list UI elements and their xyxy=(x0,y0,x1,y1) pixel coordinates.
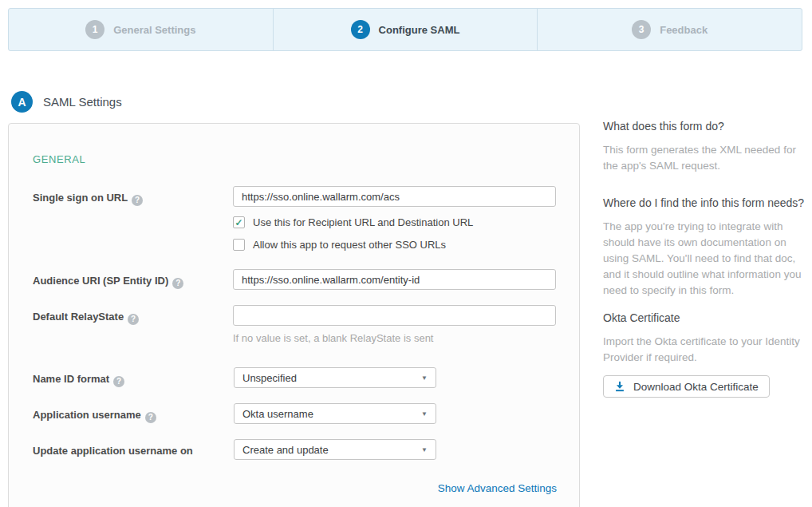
app-username-label: Application username xyxy=(33,403,234,424)
sidebar-cert-heading: Okta Certificate xyxy=(603,311,809,324)
name-id-format-label-text: Name ID format xyxy=(33,373,109,385)
step-2-number-badge: 2 xyxy=(351,20,370,39)
app-username-value: Okta username xyxy=(242,408,313,420)
help-icon[interactable] xyxy=(172,278,183,289)
help-icon[interactable] xyxy=(128,314,139,325)
name-id-format-value: Unspecified xyxy=(242,372,297,384)
show-advanced-settings-link[interactable]: Show Advanced Settings xyxy=(438,482,557,494)
app-username-row: Application username Okta username xyxy=(33,403,556,424)
other-sso-checkbox-row: Allow this app to request other SSO URLs xyxy=(233,239,556,251)
app-username-label-text: Application username xyxy=(33,409,141,421)
other-sso-checkbox-label: Allow this app to request other SSO URLs xyxy=(253,239,446,251)
relay-state-input[interactable] xyxy=(233,305,556,326)
sidebar-what-text: This form generates the XML needed for t… xyxy=(603,142,809,174)
recipient-url-checkbox-label: Use this for Recipient URL and Destinati… xyxy=(253,216,473,228)
sidebar-what-heading: What does this form do? xyxy=(603,120,809,133)
relay-state-row: Default RelayState If no value is set, a… xyxy=(33,305,556,344)
audience-uri-row: Audience URI (SP Entity ID) xyxy=(33,269,556,290)
update-username-select[interactable]: Create and update xyxy=(234,439,436,460)
section-title: SAML Settings xyxy=(43,95,122,109)
help-icon[interactable] xyxy=(132,195,143,206)
section-a-badge: A xyxy=(11,91,33,113)
sso-url-input[interactable] xyxy=(233,186,556,207)
name-id-format-row: Name ID format Unspecified xyxy=(33,367,556,388)
help-sidebar: What does this form do? This form genera… xyxy=(603,120,809,398)
sso-url-label-text: Single sign on URL xyxy=(33,192,128,204)
name-id-format-select[interactable]: Unspecified xyxy=(234,367,436,388)
update-username-label: Update application username on xyxy=(33,439,234,460)
relay-state-label: Default RelayState xyxy=(33,305,233,344)
saml-settings-panel: GENERAL Single sign on URL Use this for … xyxy=(8,123,580,507)
help-icon[interactable] xyxy=(113,376,124,387)
audience-uri-controls xyxy=(233,269,556,290)
download-icon xyxy=(614,381,625,392)
relay-state-hint: If no value is set, a blank RelayState i… xyxy=(233,332,556,344)
sso-url-controls: Use this for Recipient URL and Destinati… xyxy=(233,186,556,251)
relay-state-controls: If no value is set, a blank RelayState i… xyxy=(233,305,556,344)
step-3-label: Feedback xyxy=(660,24,708,36)
step-general-settings[interactable]: 1 General Settings xyxy=(9,9,273,50)
recipient-url-checkbox-row: Use this for Recipient URL and Destinati… xyxy=(233,216,556,228)
name-id-format-label: Name ID format xyxy=(33,367,234,388)
general-group-heading: GENERAL xyxy=(33,153,556,165)
step-1-label: General Settings xyxy=(113,24,195,36)
recipient-url-checkbox[interactable] xyxy=(233,216,245,228)
sidebar-cert-text: Import the Okta certificate to your Iden… xyxy=(603,334,809,366)
step-3-number-badge: 3 xyxy=(632,20,651,39)
relay-state-label-text: Default RelayState xyxy=(33,311,124,323)
chevron-down-icon xyxy=(421,446,428,454)
advanced-settings-row: Show Advanced Settings xyxy=(33,481,557,495)
sidebar-where-heading: Where do I find the info this form needs… xyxy=(603,196,809,209)
step-feedback[interactable]: 3 Feedback xyxy=(537,9,802,50)
step-2-label: Configure SAML xyxy=(379,24,460,36)
sso-url-label: Single sign on URL xyxy=(33,186,233,251)
sidebar-where-text: The app you're trying to integrate with … xyxy=(603,219,809,299)
chevron-down-icon xyxy=(421,410,428,418)
download-okta-certificate-button[interactable]: Download Okta Certificate xyxy=(603,375,770,398)
update-username-row: Update application username on Create an… xyxy=(33,439,556,460)
saml-settings-header: A SAML Settings xyxy=(11,91,122,113)
update-username-label-text: Update application username on xyxy=(33,445,193,457)
wizard-stepper: 1 General Settings 2 Configure SAML 3 Fe… xyxy=(8,8,802,51)
update-username-value: Create and update xyxy=(242,444,329,456)
step-1-number-badge: 1 xyxy=(85,20,104,39)
audience-uri-input[interactable] xyxy=(233,269,556,290)
audience-uri-label: Audience URI (SP Entity ID) xyxy=(33,269,233,290)
help-icon[interactable] xyxy=(145,412,156,423)
app-username-select[interactable]: Okta username xyxy=(234,403,436,424)
other-sso-checkbox[interactable] xyxy=(233,239,245,251)
step-configure-saml[interactable]: 2 Configure SAML xyxy=(273,9,538,50)
sso-url-row: Single sign on URL Use this for Recipien… xyxy=(33,186,556,251)
download-button-label: Download Okta Certificate xyxy=(633,381,759,393)
configure-saml-page: 1 General Settings 2 Configure SAML 3 Fe… xyxy=(0,0,812,507)
audience-uri-label-text: Audience URI (SP Entity ID) xyxy=(33,275,168,287)
chevron-down-icon xyxy=(421,374,428,382)
